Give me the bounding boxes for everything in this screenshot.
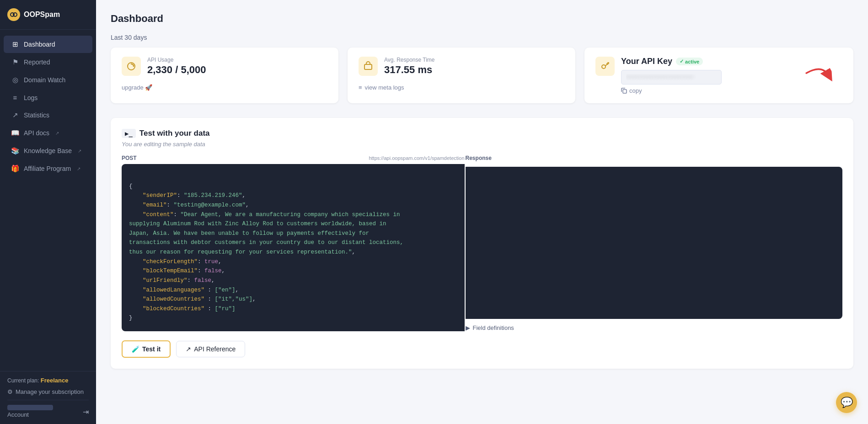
api-url: https://api.oopspam.com/v1/spamdetection <box>369 155 464 161</box>
manage-sub-label: Manage your subscription <box>16 388 84 395</box>
logout-icon[interactable]: ⇥ <box>83 408 89 416</box>
check-icon: ✓ <box>680 58 684 64</box>
terminal-icon: ▶_ <box>122 129 136 138</box>
test-section-subtitle: You are editing the sample data <box>122 141 842 148</box>
sidebar-item-reported[interactable]: ⚑ Reported <box>4 53 92 71</box>
list-icon: ≡ <box>359 84 362 91</box>
page-title: Dashboard <box>111 13 853 25</box>
external-link-icon: ↗ <box>55 131 59 136</box>
period-label: Last 30 days <box>111 34 853 41</box>
statistics-icon: ↗ <box>11 111 19 119</box>
sidebar-item-api-docs[interactable]: 📖 API docs ↗ <box>4 124 92 142</box>
sidebar: OOPSpam ⊞ Dashboard ⚑ Reported ◎ Domain … <box>0 0 96 424</box>
response-time-value: 317.55 ms <box>384 64 435 76</box>
sidebar-item-label: Affiliate Program <box>24 165 71 172</box>
test-it-button[interactable]: 🧪 Test it <box>122 340 171 358</box>
current-plan-label: Current plan: Freelance <box>7 377 89 384</box>
chat-bubble-button[interactable]: 💬 <box>836 392 857 413</box>
field-definitions-toggle[interactable]: ▶ Field definitions <box>466 324 842 331</box>
api-usage-value: 2,330 / 5,000 <box>147 64 206 76</box>
sidebar-item-label: Reported <box>24 58 50 66</box>
api-reference-button[interactable]: ↗ API Reference <box>176 341 245 357</box>
logo-icon <box>7 8 20 21</box>
main-content: Dashboard Last 30 days API Usage 2,330 /… <box>96 0 868 424</box>
arrow-up-right-icon: ↗ <box>186 345 191 353</box>
api-key-title: Your API Key <box>621 57 672 66</box>
sidebar-item-label: Knowledge Base <box>24 147 72 154</box>
code-editor-pane: POST https://api.oopspam.com/v1/spamdete… <box>122 155 465 331</box>
upgrade-label: upgrade 🚀 <box>122 84 152 91</box>
sidebar-item-domain-watch[interactable]: ◎ Domain Watch <box>4 71 92 89</box>
response-time-icon <box>359 57 378 76</box>
external-link-icon: ↗ <box>77 166 80 171</box>
api-key-card: Your API Key ✓ active copy <box>584 48 853 103</box>
test-section: ▶_ Test with your data You are editing t… <box>111 118 853 369</box>
api-usage-card: API Usage 2,330 / 5,000 upgrade 🚀 <box>111 48 338 103</box>
logs-icon: ≡ <box>11 94 19 101</box>
api-usage-label: API Usage <box>147 57 206 63</box>
manage-subscription-button[interactable]: ⚙ Manage your subscription <box>7 388 89 395</box>
sidebar-item-statistics[interactable]: ↗ Statistics <box>4 106 92 124</box>
account-email-blur <box>7 405 53 410</box>
sidebar-item-affiliate-program[interactable]: 🎁 Affiliate Program ↗ <box>4 160 92 177</box>
domain-watch-icon: ◎ <box>11 76 19 84</box>
api-usage-icon <box>122 57 141 76</box>
api-docs-icon: 📖 <box>11 129 19 137</box>
affiliate-icon: 🎁 <box>11 164 19 173</box>
current-plan-value: Freelance <box>41 377 69 384</box>
test-section-title: ▶_ Test with your data <box>122 129 842 138</box>
settings-icon: ⚙ <box>7 388 13 395</box>
account-label: Account <box>7 411 29 418</box>
sidebar-item-label: Domain Watch <box>24 76 65 84</box>
app-name: OOPSpam <box>24 11 60 19</box>
response-label: Response <box>466 155 492 161</box>
copy-label: copy <box>629 87 642 94</box>
svg-rect-5 <box>623 90 627 93</box>
response-editor <box>466 167 842 319</box>
sidebar-item-label: Dashboard <box>24 41 55 48</box>
code-editor[interactable]: { "senderIP": "185.234.219.246", "email"… <box>122 164 465 331</box>
sidebar-item-label: API docs <box>24 129 49 137</box>
knowledge-base-icon: 📚 <box>11 147 19 155</box>
sidebar-bottom: Current plan: Freelance ⚙ Manage your su… <box>0 371 96 424</box>
api-key-icon <box>595 57 615 76</box>
test-actions: 🧪 Test it ↗ API Reference <box>122 340 842 358</box>
view-meta-logs-button[interactable]: ≡ view meta logs <box>359 84 564 91</box>
cards-row: API Usage 2,330 / 5,000 upgrade 🚀 Avg. R… <box>111 48 853 103</box>
sidebar-item-knowledge-base[interactable]: 📚 Knowledge Base ↗ <box>4 142 92 159</box>
svg-rect-3 <box>364 64 372 69</box>
sidebar-item-label: Statistics <box>24 111 49 119</box>
sidebar-logo: OOPSpam <box>0 0 96 30</box>
response-time-card: Avg. Response Time 317.55 ms ≡ view meta… <box>348 48 575 103</box>
chevron-right-icon: ▶ <box>466 324 470 331</box>
view-meta-logs-label: view meta logs <box>365 84 404 91</box>
response-pane: Response ▶ Field definitions <box>466 155 842 331</box>
sidebar-item-logs[interactable]: ≡ Logs <box>4 89 92 106</box>
svg-point-4 <box>602 65 605 69</box>
account-row: Account ⇥ <box>7 400 89 419</box>
field-def-label: Field definitions <box>473 324 514 331</box>
test-editor-row: POST https://api.oopspam.com/v1/spamdete… <box>122 155 842 331</box>
dashboard-icon: ⊞ <box>11 40 19 48</box>
external-link-icon: ↗ <box>78 148 81 154</box>
sidebar-nav: ⊞ Dashboard ⚑ Reported ◎ Domain Watch ≡ … <box>0 30 96 371</box>
response-time-label: Avg. Response Time <box>384 57 435 63</box>
upgrade-button[interactable]: upgrade 🚀 <box>122 84 327 91</box>
sidebar-item-label: Logs <box>24 94 38 101</box>
copy-button[interactable]: copy <box>621 87 722 94</box>
reported-icon: ⚑ <box>11 58 19 66</box>
active-badge: ✓ active <box>676 58 703 65</box>
chat-icon: 💬 <box>841 397 853 408</box>
flask-icon: 🧪 <box>132 345 139 353</box>
post-label: POST <box>122 155 137 161</box>
api-key-input[interactable] <box>621 70 722 85</box>
sidebar-item-dashboard[interactable]: ⊞ Dashboard <box>4 36 92 53</box>
